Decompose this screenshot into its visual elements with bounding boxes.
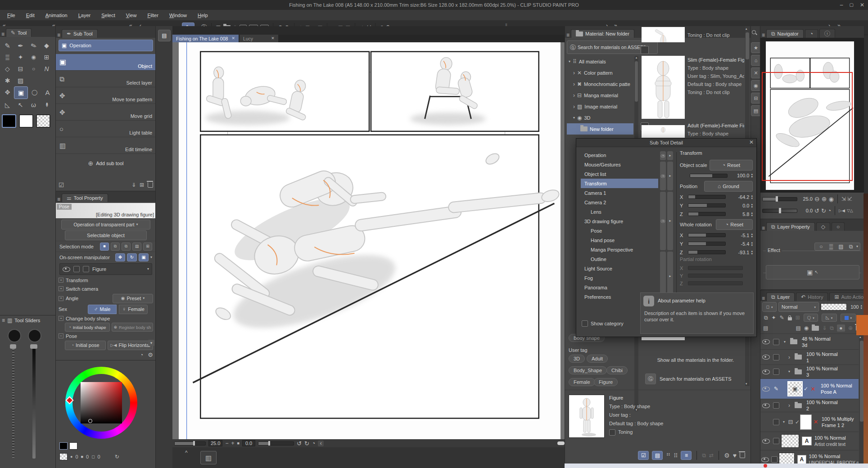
tool-eraser-icon[interactable]: ◇ bbox=[1, 63, 14, 75]
subtool-item-select-layer[interactable]: ⧉ Select layer bbox=[56, 70, 156, 87]
large-thumb-view-icon[interactable]: ⠛ bbox=[666, 453, 670, 459]
tab-layer-property[interactable]: ⧉Layer Property bbox=[766, 222, 815, 231]
tool-figure-icon[interactable]: N bbox=[40, 63, 53, 75]
navigator-view-frame[interactable] bbox=[762, 72, 853, 181]
shortcut-pattern-folder-icon[interactable]: ✕ bbox=[751, 68, 761, 78]
category-eye-button[interactable] bbox=[660, 162, 666, 190]
tree-all-materials[interactable]: ▾⠿All materials bbox=[567, 56, 633, 67]
material-thumb[interactable] bbox=[642, 125, 685, 138]
nav-flip-v-icon[interactable]: ▽△ bbox=[847, 209, 853, 213]
rotation-y-slider[interactable] bbox=[688, 242, 726, 246]
tag-body-shape[interactable]: Body_Shape bbox=[569, 366, 607, 374]
manipulator-rotate[interactable]: ↻ bbox=[127, 253, 137, 261]
paste-material-icon[interactable]: ⧉ bbox=[702, 453, 706, 458]
layer-checkbox[interactable] bbox=[773, 369, 779, 375]
layer-checkbox[interactable] bbox=[773, 419, 779, 425]
partial-z-slider[interactable] bbox=[688, 281, 743, 285]
opacity-spinner[interactable]: ▴▾ bbox=[860, 304, 862, 310]
shortcut-home-folder-icon[interactable]: ⌂ bbox=[751, 55, 761, 66]
tool-navigation-button[interactable]: ▣ ↖ bbox=[766, 265, 859, 279]
dialog-category[interactable]: Light Source bbox=[581, 264, 658, 273]
expand-timeline-icon[interactable]: ^ bbox=[185, 450, 188, 455]
layer-list-options-icon[interactable]: ▤ bbox=[763, 325, 768, 331]
lock-transparent-icon[interactable]: ⊞ bbox=[796, 315, 800, 320]
layer-checkbox[interactable] bbox=[773, 339, 779, 345]
flip-horizontal-button[interactable]: ▷◀Flip Horizontal bbox=[108, 341, 153, 350]
panel-menu-icon[interactable]: ≡ bbox=[762, 32, 765, 38]
tool-gradient-map-icon[interactable]: ⊞ bbox=[40, 51, 53, 63]
tab-tool[interactable]: ✎Tool bbox=[6, 28, 32, 37]
tag-adult[interactable]: Adult bbox=[587, 355, 608, 363]
sv-cursor[interactable] bbox=[88, 419, 92, 423]
shortcut-panel-folder-icon[interactable]: ⊟ bbox=[751, 93, 761, 104]
layer-row[interactable]: › 100 % Normal1 bbox=[760, 350, 859, 365]
layer-name[interactable]: 3 bbox=[806, 372, 809, 378]
new-folder-icon[interactable] bbox=[812, 326, 819, 331]
spinner[interactable]: ▴▾ bbox=[751, 212, 753, 217]
blend-thumbnail-button[interactable]: ◻▾ bbox=[762, 302, 777, 312]
sub-color-mini-swatch[interactable] bbox=[69, 442, 77, 450]
expand-icon[interactable]: + bbox=[59, 286, 63, 291]
nav-rotate-reset-icon[interactable]: ◔ bbox=[828, 208, 831, 213]
panel-menu-icon[interactable]: ≡ bbox=[1, 32, 5, 37]
object-visible-eye-icon[interactable] bbox=[63, 267, 70, 272]
reset-all-icon[interactable]: ◔ bbox=[140, 352, 143, 358]
tool-fill-icon[interactable]: ◆ bbox=[40, 40, 53, 51]
tree-color-pattern[interactable]: ›✕Color pattern bbox=[567, 67, 633, 78]
tag-chibi[interactable]: Chibi bbox=[606, 366, 628, 374]
material-thumb[interactable] bbox=[642, 27, 685, 42]
detail-view-icon[interactable]: ▤ bbox=[652, 451, 663, 460]
angle-preset-button[interactable]: ◉Preset▾ bbox=[113, 294, 153, 303]
tree-image-material[interactable]: ›▨Image material bbox=[567, 101, 633, 112]
folder-expand-icon[interactable]: ▾ bbox=[786, 370, 793, 374]
manipulator-root[interactable]: ▣ bbox=[139, 253, 149, 261]
panel-menu-icon[interactable]: ≡ bbox=[762, 225, 765, 231]
position-y-slider[interactable] bbox=[688, 203, 726, 207]
save-subtool-icon[interactable]: ⇓ bbox=[131, 182, 136, 188]
layer-visible-eye-icon[interactable] bbox=[760, 403, 771, 408]
tool-selection-icon[interactable]: ○ bbox=[27, 63, 40, 75]
rotate-wheel-icon[interactable]: ↻ bbox=[115, 454, 119, 459]
layer-row-selected[interactable]: ✎ ▣ ✓ ✕ 100 % NormalPose A bbox=[760, 379, 859, 399]
slider-knob[interactable] bbox=[8, 329, 21, 342]
minimize-icon[interactable]: – bbox=[840, 2, 843, 8]
section-switch-camera[interactable]: Switch camera bbox=[66, 286, 98, 292]
object-name[interactable]: Figure bbox=[92, 266, 144, 272]
reset-rotation-icon[interactable]: ◔ bbox=[312, 441, 315, 446]
tool-select-arrow-icon[interactable]: ↖ bbox=[14, 99, 27, 111]
selection-mode-new[interactable]: ■ bbox=[100, 243, 109, 251]
doc-tab-inactive[interactable]: Lucy✕ bbox=[240, 35, 278, 42]
tool-balloon-icon[interactable]: ◯ bbox=[28, 86, 41, 98]
tab-auto-action[interactable]: ⊞Auto Action bbox=[829, 292, 864, 301]
nav-zoom-in-icon[interactable]: ⊕ bbox=[822, 196, 827, 202]
partial-x-slider[interactable] bbox=[688, 266, 743, 270]
navigator-zoom-slider[interactable] bbox=[762, 197, 797, 201]
tree-new-folder[interactable]: New folder bbox=[567, 123, 633, 135]
object-checkbox[interactable] bbox=[83, 266, 89, 272]
dialog-category[interactable]: Lens bbox=[581, 207, 658, 216]
tab-material[interactable]: Material: New folder bbox=[571, 29, 634, 38]
favorites-folder-icon[interactable]: ★ bbox=[751, 42, 761, 53]
dialog-category-selected[interactable]: Transform bbox=[581, 179, 658, 188]
flip-horizontal-view-icon[interactable]: ⇲ bbox=[841, 196, 846, 202]
tab-information[interactable]: i bbox=[819, 29, 835, 38]
spinner[interactable]: ▴▾ bbox=[751, 203, 753, 208]
opacity-slider[interactable] bbox=[821, 303, 847, 310]
selectable-object-button[interactable]: Selectable object bbox=[65, 230, 147, 240]
panel-menu-icon[interactable]: ≡ bbox=[762, 296, 765, 301]
new-layer-icon[interactable]: ▤ bbox=[796, 325, 800, 331]
vertical-slider[interactable] bbox=[12, 346, 14, 459]
canvas-viewport[interactable] bbox=[172, 42, 565, 439]
partial-y-slider[interactable] bbox=[688, 274, 743, 278]
menu-edit[interactable]: Edit bbox=[23, 11, 38, 19]
subtool-item-object[interactable]: ▣ Object bbox=[56, 54, 156, 70]
select-mode-icon[interactable]: ☑ bbox=[638, 451, 649, 460]
apply-mask-icon[interactable]: ⊕ bbox=[848, 325, 853, 331]
close-tab-icon[interactable]: ✕ bbox=[271, 36, 275, 40]
effect-dropdown-icon[interactable]: ▾ bbox=[856, 245, 858, 248]
draft-layer-icon[interactable]: ✎ bbox=[780, 315, 784, 320]
category-eye-button[interactable] bbox=[660, 151, 666, 160]
layer-row[interactable]: › 100 % Normal2 bbox=[760, 399, 859, 412]
tool-pencil-icon[interactable]: ✒ bbox=[14, 40, 27, 51]
whole-rotation-reset-button[interactable]: ◔Reset bbox=[716, 219, 753, 230]
